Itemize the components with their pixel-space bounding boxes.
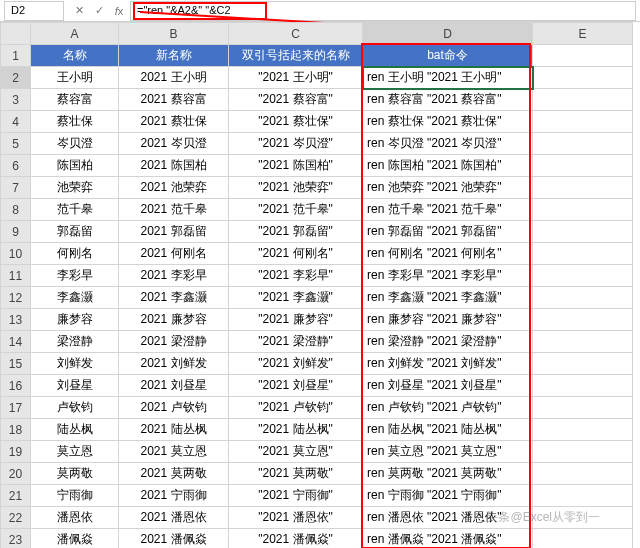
col-header-B[interactable]: B — [119, 23, 229, 45]
row-header-18[interactable]: 18 — [1, 419, 31, 441]
cell-C4[interactable]: "2021 蔡壮保" — [229, 111, 363, 133]
cell-B7[interactable]: 2021 池荣弈 — [119, 177, 229, 199]
cell-D20[interactable]: ren 莫两敬 "2021 莫两敬" — [363, 463, 533, 485]
row-header-9[interactable]: 9 — [1, 221, 31, 243]
row-header-16[interactable]: 16 — [1, 375, 31, 397]
cell-B18[interactable]: 2021 陆丛枫 — [119, 419, 229, 441]
cell-D11[interactable]: ren 李彩早 "2021 李彩早" — [363, 265, 533, 287]
cell-E11[interactable] — [533, 265, 633, 287]
cell-C21[interactable]: "2021 宁雨御" — [229, 485, 363, 507]
cell-B2[interactable]: 2021 王小明 — [119, 67, 229, 89]
cell-C13[interactable]: "2021 廉梦容" — [229, 309, 363, 331]
cell-C22[interactable]: "2021 潘恩依" — [229, 507, 363, 529]
row-header-1[interactable]: 1 — [1, 45, 31, 67]
row-header-10[interactable]: 10 — [1, 243, 31, 265]
cell-C2[interactable]: "2021 王小明" — [229, 67, 363, 89]
name-box[interactable]: D2 — [4, 1, 64, 21]
cell-A14[interactable]: 梁澄静 — [31, 331, 119, 353]
cell-A9[interactable]: 郭磊留 — [31, 221, 119, 243]
cell-B22[interactable]: 2021 潘恩依 — [119, 507, 229, 529]
cell-A3[interactable]: 蔡容富 — [31, 89, 119, 111]
cell-A12[interactable]: 李鑫灏 — [31, 287, 119, 309]
cell-E21[interactable] — [533, 485, 633, 507]
cell-A7[interactable]: 池荣弈 — [31, 177, 119, 199]
fx-icon[interactable]: fx — [112, 5, 126, 17]
cell-D2[interactable]: ren 王小明 "2021 王小明" — [363, 67, 533, 89]
cell-B23[interactable]: 2021 潘佩焱 — [119, 529, 229, 549]
col-header-D[interactable]: D — [363, 23, 533, 45]
row-header-21[interactable]: 21 — [1, 485, 31, 507]
cell-D23[interactable]: ren 潘佩焱 "2021 潘佩焱" — [363, 529, 533, 549]
cell-D8[interactable]: ren 范千皋 "2021 范千皋" — [363, 199, 533, 221]
cell-E3[interactable] — [533, 89, 633, 111]
cancel-icon[interactable]: ✕ — [72, 4, 86, 17]
cell-A17[interactable]: 卢钦钧 — [31, 397, 119, 419]
cell-A23[interactable]: 潘佩焱 — [31, 529, 119, 549]
cell-A13[interactable]: 廉梦容 — [31, 309, 119, 331]
row-header-19[interactable]: 19 — [1, 441, 31, 463]
row-header-23[interactable]: 23 — [1, 529, 31, 549]
cell-C15[interactable]: "2021 刘鲜发" — [229, 353, 363, 375]
row-header-2[interactable]: 2 — [1, 67, 31, 89]
cell-A18[interactable]: 陆丛枫 — [31, 419, 119, 441]
cell-C3[interactable]: "2021 蔡容富" — [229, 89, 363, 111]
cell-D9[interactable]: ren 郭磊留 "2021 郭磊留" — [363, 221, 533, 243]
enter-icon[interactable]: ✓ — [92, 4, 106, 17]
cell-A2[interactable]: 王小明 — [31, 67, 119, 89]
cell-A15[interactable]: 刘鲜发 — [31, 353, 119, 375]
cell-B19[interactable]: 2021 莫立恩 — [119, 441, 229, 463]
cell-A22[interactable]: 潘恩依 — [31, 507, 119, 529]
row-header-22[interactable]: 22 — [1, 507, 31, 529]
cell-C9[interactable]: "2021 郭磊留" — [229, 221, 363, 243]
cell-B10[interactable]: 2021 何刚名 — [119, 243, 229, 265]
cell-A20[interactable]: 莫两敬 — [31, 463, 119, 485]
spreadsheet-grid[interactable]: ABCDE1名称新名称双引号括起来的名称bat命令2王小明2021 王小明"20… — [0, 22, 633, 548]
cell-E19[interactable] — [533, 441, 633, 463]
cell-C18[interactable]: "2021 陆丛枫" — [229, 419, 363, 441]
header-cell-E[interactable] — [533, 45, 633, 67]
cell-B17[interactable]: 2021 卢钦钧 — [119, 397, 229, 419]
cell-A16[interactable]: 刘昼星 — [31, 375, 119, 397]
cell-D3[interactable]: ren 蔡容富 "2021 蔡容富" — [363, 89, 533, 111]
cell-E15[interactable] — [533, 353, 633, 375]
cell-D12[interactable]: ren 李鑫灏 "2021 李鑫灏" — [363, 287, 533, 309]
cell-E13[interactable] — [533, 309, 633, 331]
row-header-17[interactable]: 17 — [1, 397, 31, 419]
cell-A19[interactable]: 莫立恩 — [31, 441, 119, 463]
row-header-6[interactable]: 6 — [1, 155, 31, 177]
cell-E9[interactable] — [533, 221, 633, 243]
cell-C8[interactable]: "2021 范千皋" — [229, 199, 363, 221]
cell-D4[interactable]: ren 蔡壮保 "2021 蔡壮保" — [363, 111, 533, 133]
cell-D19[interactable]: ren 莫立恩 "2021 莫立恩" — [363, 441, 533, 463]
cell-E6[interactable] — [533, 155, 633, 177]
cell-D14[interactable]: ren 梁澄静 "2021 梁澄静" — [363, 331, 533, 353]
cell-D7[interactable]: ren 池荣弈 "2021 池荣弈" — [363, 177, 533, 199]
cell-A21[interactable]: 宁雨御 — [31, 485, 119, 507]
cell-B20[interactable]: 2021 莫两敬 — [119, 463, 229, 485]
cell-D17[interactable]: ren 卢钦钧 "2021 卢钦钧" — [363, 397, 533, 419]
cell-B15[interactable]: 2021 刘鲜发 — [119, 353, 229, 375]
cell-D18[interactable]: ren 陆丛枫 "2021 陆丛枫" — [363, 419, 533, 441]
cell-D5[interactable]: ren 岑贝澄 "2021 岑贝澄" — [363, 133, 533, 155]
cell-C20[interactable]: "2021 莫两敬" — [229, 463, 363, 485]
cell-E16[interactable] — [533, 375, 633, 397]
row-header-13[interactable]: 13 — [1, 309, 31, 331]
cell-C10[interactable]: "2021 何刚名" — [229, 243, 363, 265]
cell-A11[interactable]: 李彩早 — [31, 265, 119, 287]
row-header-3[interactable]: 3 — [1, 89, 31, 111]
cell-E22[interactable] — [533, 507, 633, 529]
row-header-12[interactable]: 12 — [1, 287, 31, 309]
cell-B11[interactable]: 2021 李彩早 — [119, 265, 229, 287]
cell-E4[interactable] — [533, 111, 633, 133]
cell-E8[interactable] — [533, 199, 633, 221]
row-header-4[interactable]: 4 — [1, 111, 31, 133]
cell-E2[interactable] — [533, 67, 633, 89]
cell-C12[interactable]: "2021 李鑫灏" — [229, 287, 363, 309]
header-cell-A[interactable]: 名称 — [31, 45, 119, 67]
cell-E23[interactable] — [533, 529, 633, 549]
cell-A10[interactable]: 何刚名 — [31, 243, 119, 265]
cell-B8[interactable]: 2021 范千皋 — [119, 199, 229, 221]
cell-D6[interactable]: ren 陈国柏 "2021 陈国柏" — [363, 155, 533, 177]
cell-C19[interactable]: "2021 莫立恩" — [229, 441, 363, 463]
cell-D10[interactable]: ren 何刚名 "2021 何刚名" — [363, 243, 533, 265]
